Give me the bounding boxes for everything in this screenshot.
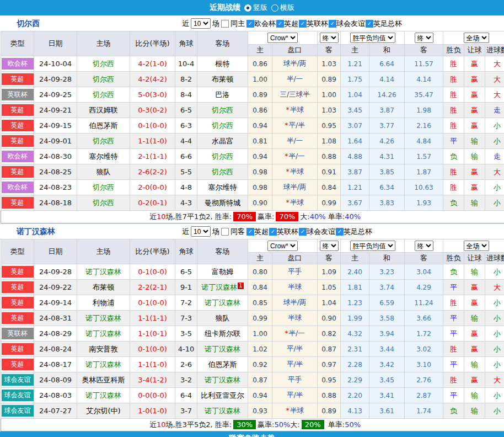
home-team-cell: 切尔西 bbox=[77, 180, 130, 195]
league-filter-item[interactable]: ✓英超 bbox=[276, 19, 298, 29]
handicap-cell: *半球 bbox=[272, 164, 318, 180]
home-odds-cell: 0.94 bbox=[248, 149, 272, 164]
fulltime-select[interactable]: 全场 bbox=[464, 33, 489, 43]
home-team-name: 诺丁汉森林 bbox=[85, 391, 121, 399]
score-cell: 0-1(0-0) bbox=[130, 342, 175, 357]
league-filter-item[interactable]: ✓英联杯 bbox=[269, 227, 298, 237]
mean-away-cell: 4.84 bbox=[405, 134, 443, 149]
table-row: 英超24-09-01切尔西1-1(1-0)4-4水晶宫0.81半/一1.081.… bbox=[1, 134, 504, 149]
league-filter-item[interactable]: ✓球会友谊 bbox=[299, 227, 335, 237]
checked-checkbox-icon[interactable]: ✓ bbox=[336, 228, 344, 236]
summary-text: 近 bbox=[149, 420, 157, 429]
summary-text: 大: bbox=[300, 212, 309, 221]
league-filter-item[interactable]: ✓欧会杯 bbox=[246, 19, 276, 29]
summary-text: 近 bbox=[149, 212, 157, 221]
away-team-cell: 曼彻斯特城 bbox=[197, 195, 248, 211]
checked-checkbox-icon[interactable]: ✓ bbox=[246, 20, 254, 28]
match-type-badge: 英超 bbox=[2, 197, 34, 209]
checked-checkbox-icon[interactable]: ✓ bbox=[299, 228, 307, 236]
mean-home-cell: 3.45 bbox=[341, 103, 369, 118]
checked-checkbox-icon[interactable]: ✓ bbox=[276, 20, 284, 28]
mean-select[interactable]: 胜平负均值 bbox=[350, 241, 395, 251]
summary-text: 场,胜3平5负2, 胜率: bbox=[166, 420, 232, 429]
checked-checkbox-icon[interactable]: ✓ bbox=[269, 228, 277, 236]
handicap-result-cell: 赢 bbox=[464, 180, 485, 195]
away-odds-cell: 0.95 bbox=[318, 118, 341, 134]
away-team-cell: 诺丁汉森林 bbox=[197, 295, 248, 311]
mean-draw-cell: 4.26 bbox=[369, 134, 405, 149]
home-team-cell: 切尔西 bbox=[77, 56, 130, 72]
rate-badge: 30% bbox=[233, 420, 256, 429]
handicap-changed-star: * bbox=[286, 105, 289, 114]
sub-col-result: 胜负 bbox=[443, 45, 464, 56]
home-odds-cell: 0.80 bbox=[248, 264, 272, 280]
final-odds-select-2[interactable]: 终 bbox=[415, 33, 433, 43]
table-row: 英超24-08-17诺丁汉森林1-1(1-0)2-6伯恩茅斯0.92平/半0.9… bbox=[1, 357, 504, 372]
corner-cell: 7-3 bbox=[175, 311, 197, 326]
home-team-cell: 塞尔维特 bbox=[77, 149, 130, 164]
goals-result-cell: 小 bbox=[485, 180, 504, 195]
league-filter-item[interactable]: ✓英联杯 bbox=[299, 19, 328, 29]
home-team-cell: 切尔西 bbox=[77, 72, 130, 87]
layout-radio-horizontal[interactable]: 横版 bbox=[271, 3, 294, 13]
mean-home-cell: 4.88 bbox=[341, 149, 369, 164]
score-value: 0-1(0-0) bbox=[138, 268, 167, 276]
fulltime-select[interactable]: 全场 bbox=[464, 241, 489, 251]
away-team-cell: 伯恩茅斯 bbox=[197, 357, 248, 372]
sub-col-goals: 进球数 bbox=[485, 253, 504, 264]
final-odds-select-1[interactable]: 终 bbox=[320, 241, 339, 251]
league-filter-item[interactable]: ✓球会友谊 bbox=[329, 19, 365, 29]
bookmaker-select[interactable]: Crow* bbox=[267, 241, 298, 251]
checked-checkbox-icon[interactable]: ✓ bbox=[329, 20, 336, 28]
match-count-select[interactable]: 10 bbox=[191, 226, 211, 237]
goals-result-cell: 小 bbox=[485, 403, 504, 419]
away-team-cell: 诺丁汉森林1 bbox=[197, 280, 248, 295]
handicap-result-cell: 赢 bbox=[464, 372, 485, 388]
result-cell: 胜 bbox=[443, 180, 464, 195]
radio-selected-icon[interactable] bbox=[244, 4, 251, 12]
layout-radio-vertical[interactable]: 竖版 bbox=[244, 3, 267, 13]
mean-draw-cell: 3.87 bbox=[369, 103, 405, 118]
league-filter-item[interactable]: ✓英超 bbox=[246, 227, 269, 237]
mean-home-cell: 1.81 bbox=[341, 280, 369, 295]
league-filter-item[interactable]: ✓英足总杯 bbox=[366, 19, 402, 29]
final-odds-select-2[interactable]: 终 bbox=[415, 241, 433, 251]
away-odds-cell: 1.03 bbox=[318, 56, 341, 72]
sub-col-handicap-result: 让球 bbox=[464, 45, 485, 56]
col-type: 类型 bbox=[1, 239, 34, 264]
same-venue-checkbox[interactable] bbox=[221, 228, 229, 236]
match-type-badge: 英超 bbox=[2, 312, 34, 324]
corner-cell: 6-5 bbox=[175, 264, 197, 280]
league-checkbox-group: ✓英超✓英联杯✓球会友谊✓英足总杯 bbox=[246, 227, 373, 237]
checked-checkbox-icon[interactable]: ✓ bbox=[366, 20, 373, 28]
match-type-badge: 欧会杯 bbox=[2, 58, 34, 70]
corner-cell: 3-2 bbox=[175, 372, 197, 388]
match-type-badge: 英超 bbox=[2, 120, 34, 131]
handicap-result-cell: 输 bbox=[464, 311, 485, 326]
bookmaker-select[interactable]: Crow* bbox=[267, 33, 298, 43]
table-row: 英超24-09-15伯恩茅斯0-1(0-0)6-3切尔西0.94*平/半0.95… bbox=[1, 118, 504, 134]
handicap-text: 半球 bbox=[288, 283, 302, 291]
same-venue-checkbox[interactable] bbox=[221, 20, 229, 28]
mean-home-cell: 1.21 bbox=[341, 56, 369, 72]
match-count-select[interactable]: 10 bbox=[191, 18, 211, 29]
result-cell: 平 bbox=[443, 134, 464, 149]
match-type-cell: 英超 bbox=[1, 134, 34, 149]
mean-draw-cell: 3.94 bbox=[369, 326, 405, 342]
checked-checkbox-icon[interactable]: ✓ bbox=[299, 20, 307, 28]
handicap-cell: 三/三球半 bbox=[272, 87, 318, 103]
away-team-name: 诺丁汉森林 bbox=[201, 283, 237, 291]
mean-away-cell: 3.10 bbox=[405, 357, 443, 372]
away-team-cell: 诺丁汉森林 bbox=[197, 342, 248, 357]
checked-checkbox-icon[interactable]: ✓ bbox=[246, 228, 254, 236]
away-odds-cell: 0.97 bbox=[318, 357, 341, 372]
handicap-text: 平/半 bbox=[289, 121, 305, 129]
match-type-cell: 英联杯 bbox=[1, 326, 34, 342]
radio-unselected-icon[interactable] bbox=[271, 4, 278, 12]
mean-home-cell: 1.04 bbox=[341, 87, 369, 103]
home-team-cell: 诺丁汉森林 bbox=[77, 264, 130, 280]
mean-select[interactable]: 胜平负均值 bbox=[350, 33, 395, 43]
table-row: 欧会杯24-10-04切尔西4-2(1-0)10-4根特0.86球半/两1.03… bbox=[1, 56, 504, 72]
league-filter-item[interactable]: ✓英足总杯 bbox=[336, 227, 372, 237]
final-odds-select-1[interactable]: 终 bbox=[320, 33, 339, 43]
